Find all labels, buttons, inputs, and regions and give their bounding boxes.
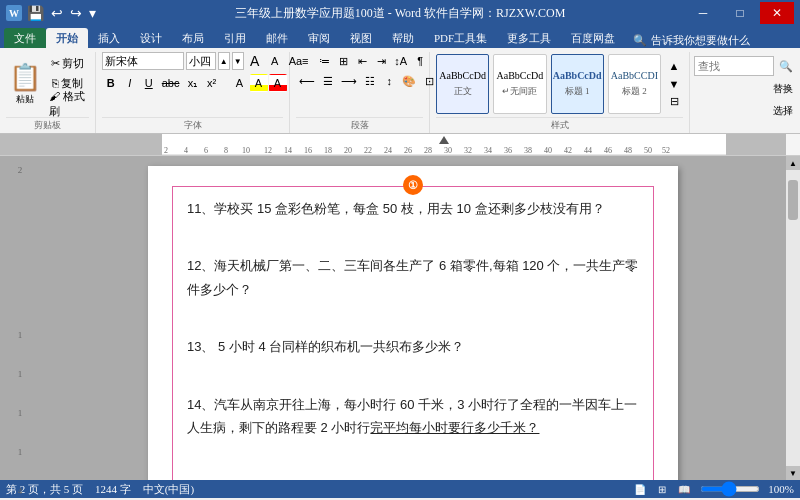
replace-button[interactable]: 替换: [770, 80, 796, 98]
title-bar: W 💾 ↩ ↪ ▾ 三年级上册数学应用题100道 - Word 软件自学网：RJ…: [0, 0, 800, 26]
tab-baidu[interactable]: 百度网盘: [561, 28, 625, 48]
decrease-indent-btn[interactable]: ⇤: [353, 52, 371, 70]
styles-up-btn[interactable]: ▲: [665, 57, 683, 75]
tab-references[interactable]: 引用: [214, 28, 256, 48]
spacer-3: [187, 369, 639, 393]
text-effect-btn[interactable]: A: [231, 74, 249, 92]
tab-start[interactable]: 开始: [46, 28, 88, 48]
font-size-input[interactable]: [186, 52, 216, 70]
highlight-btn[interactable]: A: [250, 74, 268, 92]
styles-down-btn[interactable]: ▼: [665, 75, 683, 93]
tab-view[interactable]: 视图: [340, 28, 382, 48]
justify-btn[interactable]: ☷: [361, 72, 379, 90]
underline-button[interactable]: U: [140, 74, 158, 92]
title-text: 三年级上册数学应用题100道 - Word 软件自学网：RJZXW.COM: [235, 6, 566, 20]
clipboard-label: 剪贴板: [6, 117, 89, 133]
multilevel-btn[interactable]: ⊞: [334, 52, 352, 70]
para-group-label: 段落: [296, 117, 423, 133]
strikethrough-button[interactable]: abc: [159, 74, 183, 92]
svg-text:28: 28: [424, 146, 432, 155]
tab-review[interactable]: 审阅: [298, 28, 340, 48]
minimize-button[interactable]: ─: [686, 2, 720, 24]
tab-help[interactable]: 帮助: [382, 28, 424, 48]
tab-pdf[interactable]: PDF工具集: [424, 28, 497, 48]
question-13[interactable]: 13、 5 小时 4 台同样的织布机一共织布多少米？: [187, 335, 639, 358]
question-11[interactable]: 11、学校买 15 盒彩色粉笔，每盒 50 枝，用去 10 盒还剩多少枝没有用？: [187, 197, 639, 220]
align-center-btn[interactable]: ☰: [319, 72, 337, 90]
question-14[interactable]: 14、汽车从南京开往上海，每小时行 60 千米，3 小时行了全程的一半因车上一人…: [187, 393, 639, 440]
font-size-up[interactable]: ▲: [218, 52, 230, 70]
style-heading2[interactable]: AaBbCCDI 标题 2: [608, 54, 661, 114]
line-spacing-btn[interactable]: ↕: [380, 72, 398, 90]
undo-quick-btn[interactable]: ↩: [49, 5, 65, 22]
paste-button[interactable]: 📋 粘贴: [6, 53, 44, 115]
scroll-down-btn[interactable]: ▼: [786, 466, 800, 480]
tab-insert[interactable]: 插入: [88, 28, 130, 48]
svg-text:38: 38: [524, 146, 532, 155]
style-heading2-label: 标题 2: [622, 85, 647, 98]
show-marks-btn[interactable]: ¶: [411, 52, 429, 70]
superscript-button[interactable]: x²: [203, 74, 221, 92]
increase-indent-btn[interactable]: ⇥: [372, 52, 390, 70]
save-quick-btn[interactable]: 💾: [25, 5, 46, 22]
select-button[interactable]: 选择: [770, 102, 796, 120]
font-color-btn[interactable]: A: [269, 74, 287, 92]
para-body: ≡ ≔ ⊞ ⇤ ⇥ ↕A ¶ ⟵ ☰ ⟶ ☷ ↕ 🎨 ⊡: [296, 52, 423, 115]
ribbon-group-clipboard: 📋 粘贴 ✂ 剪切 ⎘ 复制 🖌 格式刷 剪贴板: [0, 52, 96, 133]
tab-layout[interactable]: 布局: [172, 28, 214, 48]
numbering-btn[interactable]: ≔: [315, 52, 333, 70]
scroll-track[interactable]: [786, 170, 800, 466]
search-input[interactable]: [694, 56, 774, 76]
shrink-font-btn[interactable]: A: [266, 52, 284, 70]
style-heading1[interactable]: AaBbCcDd 标题 1: [551, 54, 604, 114]
align-right-btn[interactable]: ⟶: [338, 72, 360, 90]
styles-expand-btn[interactable]: ⊟: [665, 93, 683, 111]
svg-text:42: 42: [564, 146, 572, 155]
doc-area: ① 11、学校买 15 盒彩色粉笔，每盒 50 枝，用去 10 盒还剩多少枝没有…: [40, 156, 786, 480]
cut-button[interactable]: ✂ 剪切: [46, 55, 89, 73]
style-no-spacing[interactable]: AaBbCcDd ↵无间距: [493, 54, 546, 114]
maximize-button[interactable]: □: [723, 2, 757, 24]
bold-button[interactable]: B: [102, 74, 120, 92]
search-button[interactable]: 🔍: [776, 57, 796, 75]
bullets-btn[interactable]: ≡: [296, 52, 314, 70]
redo-quick-btn[interactable]: ↪: [68, 5, 84, 22]
svg-text:12: 12: [264, 146, 272, 155]
subscript-button[interactable]: x₁: [184, 74, 202, 92]
styles-group-label: 样式: [436, 117, 683, 133]
font-size-down[interactable]: ▼: [232, 52, 244, 70]
style-heading1-label: 标题 1: [565, 85, 590, 98]
web-view-btn[interactable]: ⊞: [656, 484, 668, 495]
main-area: 2 1 1 1 1 4 ① 11、学校买 15 盒彩色粉笔，每盒 50 枝，用去…: [0, 156, 800, 480]
tab-design[interactable]: 设计: [130, 28, 172, 48]
italic-button[interactable]: I: [121, 74, 139, 92]
font-name-input[interactable]: [102, 52, 184, 70]
tab-file[interactable]: 文件: [4, 28, 46, 48]
grow-font-btn[interactable]: A: [246, 52, 264, 70]
svg-text:24: 24: [384, 146, 392, 155]
more-quick-btn[interactable]: ▾: [87, 5, 98, 22]
style-normal[interactable]: AaBbCcDd 正文: [436, 54, 489, 114]
word-icon: W: [6, 5, 22, 21]
zoom-slider[interactable]: [700, 486, 760, 492]
pg-mark-2: 2: [18, 166, 23, 175]
svg-text:36: 36: [504, 146, 512, 155]
tell-me: 🔍: [633, 34, 647, 47]
scroll-up-btn[interactable]: ▲: [786, 156, 800, 170]
shading-btn[interactable]: 🎨: [399, 72, 419, 90]
read-view-btn[interactable]: 📖: [676, 484, 692, 495]
page-inner[interactable]: ① 11、学校买 15 盒彩色粉笔，每盒 50 枝，用去 10 盒还剩多少枝没有…: [172, 186, 654, 480]
align-left-btn[interactable]: ⟵: [296, 72, 318, 90]
window-controls: ─ □ ✕: [594, 2, 794, 24]
tab-more-tools[interactable]: 更多工具: [497, 28, 561, 48]
question-12[interactable]: 12、海天机械厂第一、二、三车间各生产了 6 箱零件,每箱 120 个，一共生产…: [187, 254, 639, 301]
close-button[interactable]: ✕: [760, 2, 794, 24]
svg-text:52: 52: [662, 146, 670, 155]
print-view-btn[interactable]: 📄: [632, 484, 648, 495]
clipboard-small-btns: ✂ 剪切 ⎘ 复制 🖌 格式刷: [46, 55, 89, 113]
format-paint-button[interactable]: 🖌 格式刷: [46, 95, 89, 113]
sort-btn[interactable]: ↕A: [391, 52, 410, 70]
scroll-thumb[interactable]: [788, 180, 798, 220]
tab-mailings[interactable]: 邮件: [256, 28, 298, 48]
style-heading2-preview: AaBbCCDI: [611, 70, 658, 81]
